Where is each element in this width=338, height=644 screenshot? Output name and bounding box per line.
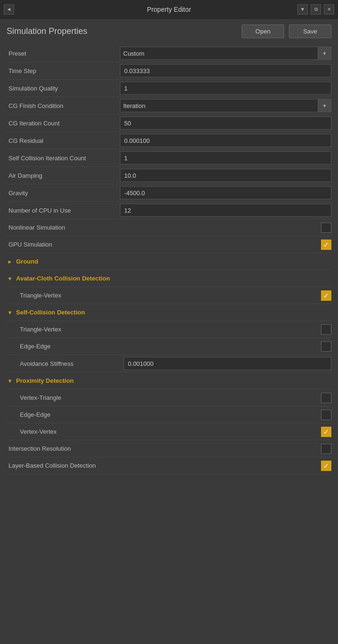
preset-select-arrow[interactable]: ▼ [318,47,331,59]
intersection-resolution-row: Intersection Resolution [7,440,331,457]
title-bar-title: Property Editor [147,6,191,13]
self-collision-edge-edge-row: Edge-Edge [7,338,331,355]
gpu-simulation-label: GPU Simulation [7,241,120,248]
proximity-detection-section-label: Proximity Detection [16,377,74,384]
self-collision-section-header[interactable]: ▼ Self-Collision Detection [7,304,331,321]
intersection-resolution-checkbox-wrap [120,444,331,454]
avatar-cloth-triangle-vertex-label: Triangle-Vertex [20,292,124,299]
pin-icon[interactable]: ◄ [4,4,14,15]
avatar-cloth-section-arrow: ▼ [7,276,13,281]
nonlinear-simulation-row: Nonlinear Simulation [7,219,331,236]
gravity-input[interactable] [120,186,331,199]
self-collision-section-label: Self-Collision Detection [16,309,85,316]
proximity-vertex-triangle-value [124,393,331,403]
nonlinear-simulation-checkbox-wrap [120,223,331,233]
cg-finish-select-wrap: Iteration Residual Both ▼ [120,99,331,112]
proximity-vertex-triangle-row: Vertex-Triangle [7,389,331,406]
self-collision-edge-edge-value [124,341,331,352]
cg-finish-condition-row: CG Finish Condition Iteration Residual B… [7,97,331,115]
avoidance-stiffness-value [124,357,331,370]
dropdown-icon[interactable]: ▼ [297,4,308,15]
cg-iteration-count-input[interactable] [120,116,331,130]
self-collision-iteration-label: Self Collision Iteration Count [7,155,120,162]
num-cpu-row: Number of CPU in Use [7,202,331,219]
cg-finish-condition-label: CG Finish Condition [7,102,120,109]
avatar-cloth-section-label: Avatar-Cloth Collision Detection [16,275,110,282]
self-collision-iteration-row: Self Collision Iteration Count [7,149,331,167]
proximity-vertex-vertex-label: Vertex-Vertex [20,428,124,435]
nonlinear-simulation-value [120,223,331,233]
self-collision-edge-edge-checkbox[interactable] [321,341,331,352]
simulation-quality-label: Simulation Quality [7,85,120,92]
avatar-cloth-triangle-vertex-value: ✓ [124,290,331,301]
main-content: Simulation Properties Open Save Preset C… [0,19,338,484]
proximity-detection-section-header[interactable]: ▼ Proximity Detection [7,372,331,389]
avoidance-stiffness-label: Avoidance Stiffness [20,360,124,367]
cg-iteration-count-row: CG Iteration Count [7,115,331,132]
avatar-cloth-triangle-vertex-checkmark: ✓ [323,292,329,299]
nonlinear-simulation-checkbox[interactable] [321,223,331,233]
layer-based-collision-row: Layer-Based Collision Detection ✓ [7,457,331,474]
external-icon[interactable]: ⧉ [311,4,321,15]
ground-section-label: Ground [16,258,38,265]
simulation-quality-row: Simulation Quality [7,80,331,97]
ground-section-header[interactable]: ► Ground [7,253,331,270]
proximity-edge-edge-checkbox[interactable] [321,410,331,420]
proximity-vertex-vertex-checkbox[interactable]: ✓ [321,427,331,437]
avatar-cloth-section-header[interactable]: ▼ Avatar-Cloth Collision Detection [7,270,331,287]
proximity-vertex-triangle-checkbox[interactable] [321,393,331,403]
cg-residual-row: CG Residual [7,132,331,149]
cg-finish-select[interactable]: Iteration Residual Both [120,101,318,110]
num-cpu-value [120,204,331,217]
gpu-simulation-checkmark: ✓ [323,241,329,248]
gpu-simulation-value: ✓ [120,239,331,250]
layer-based-collision-checkbox[interactable]: ✓ [321,461,331,471]
ground-section-arrow: ► [7,259,13,264]
layer-based-collision-checkbox-wrap: ✓ [120,461,331,471]
self-collision-triangle-vertex-row: Triangle-Vertex [7,321,331,338]
avoidance-stiffness-input[interactable] [124,357,331,370]
open-button[interactable]: Open [242,25,284,38]
intersection-resolution-checkbox[interactable] [321,444,331,454]
save-button[interactable]: Save [289,25,331,38]
cg-finish-select-arrow[interactable]: ▼ [318,99,331,112]
num-cpu-input[interactable] [120,204,331,217]
cg-finish-condition-value: Iteration Residual Both ▼ [120,99,331,112]
cg-iteration-count-value [120,116,331,130]
gpu-simulation-checkbox[interactable]: ✓ [321,239,331,250]
avatar-cloth-triangle-vertex-checkbox[interactable]: ✓ [321,290,331,301]
proximity-vertex-vertex-row: Vertex-Vertex ✓ [7,423,331,440]
time-step-label: Time Step [7,67,120,74]
simulation-quality-input[interactable] [120,82,331,95]
gravity-row: Gravity [7,184,331,202]
cg-residual-label: CG Residual [7,137,120,144]
cg-residual-value [120,134,331,147]
simulation-properties-header: Simulation Properties Open Save [7,25,331,38]
self-collision-edge-edge-label: Edge-Edge [20,343,124,350]
proximity-vertex-triangle-label: Vertex-Triangle [20,394,124,401]
intersection-resolution-label: Intersection Resolution [7,445,120,452]
preset-label: Preset [7,50,120,57]
self-collision-triangle-vertex-checkbox[interactable] [321,324,331,335]
title-bar-right: ▼ ⧉ ✕ [297,4,334,15]
self-collision-iteration-input[interactable] [120,151,331,165]
close-icon[interactable]: ✕ [324,4,334,15]
air-damping-row: Air Damping [7,167,331,184]
preset-select-wrap: Custom Default Fast High Quality ▼ [120,47,331,60]
cg-iteration-count-label: CG Iteration Count [7,120,120,127]
preset-select[interactable]: Custom Default Fast High Quality [120,49,318,58]
cg-residual-input[interactable] [120,134,331,147]
proximity-detection-section-arrow: ▼ [7,378,13,384]
time-step-input[interactable] [120,64,331,77]
preset-row: Preset Custom Default Fast High Quality … [7,45,331,62]
air-damping-value [120,169,331,182]
intersection-resolution-value [120,444,331,454]
air-damping-input[interactable] [120,169,331,182]
simulation-properties-title: Simulation Properties [7,26,237,37]
preset-value: Custom Default Fast High Quality ▼ [120,47,331,60]
gpu-simulation-row: GPU Simulation ✓ [7,236,331,253]
air-damping-label: Air Damping [7,172,120,179]
self-collision-iteration-value [120,151,331,165]
gpu-simulation-checkbox-wrap: ✓ [120,239,331,250]
avatar-cloth-triangle-vertex-row: Triangle-Vertex ✓ [7,287,331,304]
